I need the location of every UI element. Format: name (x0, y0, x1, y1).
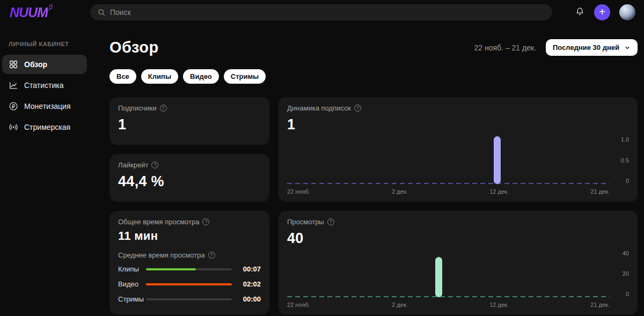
info-icon[interactable]: ? (327, 218, 334, 225)
info-icon[interactable]: ? (354, 105, 361, 112)
progress-track (146, 283, 232, 285)
period-dropdown-value: Последние 30 дней (553, 43, 619, 52)
card-likerate: Лайкрейт ? 44,4 % (109, 154, 269, 202)
chart-bar (435, 257, 442, 297)
page-layout: ЛИЧНЫЙ КАБИНЕТ Обзор Статистика (0, 25, 644, 316)
chart-baseline (287, 183, 610, 184)
watch-time-row-clips: Клипы 00:07 (118, 265, 261, 273)
avg-watch-time-rows: Клипы 00:07 Видео 02:02 Ст (118, 265, 261, 303)
user-avatar[interactable] (619, 4, 635, 20)
chart-baseline (287, 296, 610, 297)
progress-track (146, 268, 232, 270)
views-chart: 40 20 0 22 нояб. 2 дек. 12 дек. 21 дек. (287, 250, 629, 308)
broadcast-icon (9, 122, 18, 132)
search-input[interactable] (110, 8, 545, 17)
grid-icon (9, 60, 18, 69)
filter-clips[interactable]: Клипы (141, 69, 178, 84)
watch-time-value: 11 мин (118, 229, 261, 243)
watch-time-row-videos: Видео 02:02 (118, 280, 261, 288)
plus-icon: + (599, 6, 605, 17)
dynamics-value: 1 (287, 116, 629, 133)
bell-icon (575, 6, 585, 18)
card-subscriber-dynamics: Динамика подписок ? 1 1.0 0.5 0 (279, 97, 638, 202)
header-controls: 22 нояб. – 21 дек. Последние 30 дней (474, 39, 638, 56)
info-icon[interactable]: ? (208, 252, 215, 259)
x-axis-labels: 22 нояб. 2 дек. 12 дек. 21 дек. (287, 302, 610, 308)
cards-grid: Подписчики ? 1 Динамика подписок ? 1 (109, 97, 638, 315)
main-header: Обзор 22 нояб. – 21 дек. Последние 30 дн… (109, 39, 638, 56)
progress-fill (146, 268, 196, 270)
sidebar-item-streamer[interactable]: Стримерская (2, 117, 87, 137)
card-watch-time: Общее время просмотра ? 11 мин Среднее в… (109, 211, 269, 315)
sidebar-item-overview[interactable]: Обзор (2, 55, 87, 74)
likerate-value: 44,4 % (118, 173, 261, 190)
create-button[interactable]: + (594, 4, 610, 20)
main-content: Обзор 22 нояб. – 21 дек. Последние 30 дн… (109, 25, 644, 316)
card-title: Просмотры (287, 218, 324, 226)
search-bar[interactable] (90, 4, 552, 20)
avg-watch-time-title: Среднее время просмотра (118, 251, 205, 259)
logo[interactable]: NUUM β (10, 5, 90, 20)
card-title: Лайкрейт (118, 161, 148, 169)
info-icon[interactable]: ? (202, 218, 209, 225)
y-axis-ticks: 40 20 0 (610, 250, 629, 297)
sidebar-section-label: ЛИЧНЫЙ КАБИНЕТ (9, 41, 109, 47)
topbar-actions: + (575, 4, 635, 20)
card-title: Общее время просмотра (118, 218, 199, 226)
date-range-label: 22 нояб. – 21 дек. (474, 43, 536, 52)
card-title: Динамика подписок (287, 104, 351, 112)
notifications-button[interactable] (575, 6, 585, 18)
filter-videos[interactable]: Видео (183, 69, 219, 84)
topbar: NUUM β + (0, 0, 644, 25)
card-subscribers: Подписчики ? 1 (109, 97, 269, 145)
card-views: Просмотры ? 40 40 20 0 (279, 211, 638, 315)
search-icon (97, 8, 106, 17)
filter-all[interactable]: Все (109, 69, 136, 84)
sidebar: ЛИЧНЫЙ КАБИНЕТ Обзор Статистика (0, 25, 109, 316)
x-axis-labels: 22 нояб. 2 дек. 12 дек. 21 дек. (287, 188, 610, 195)
sidebar-item-statistics[interactable]: Статистика (2, 76, 87, 95)
sidebar-item-monetization[interactable]: Монетизация (2, 97, 87, 116)
line-chart-icon (9, 80, 18, 90)
filter-streams[interactable]: Стримы (224, 69, 266, 84)
chart-bar (494, 136, 501, 184)
ruble-coin-icon (9, 101, 18, 111)
info-icon[interactable]: ? (160, 105, 167, 112)
card-title: Подписчики (118, 104, 157, 112)
content-type-filters: Все Клипы Видео Стримы (109, 69, 638, 84)
watch-time-row-streams: Стримы 00:00 (118, 295, 261, 303)
sidebar-item-label: Обзор (24, 60, 47, 69)
page-title: Обзор (109, 39, 159, 56)
beta-icon: β (49, 3, 53, 11)
sidebar-item-label: Монетизация (24, 102, 71, 111)
subscribers-value: 1 (118, 116, 261, 133)
y-axis-ticks: 1.0 0.5 0 (610, 136, 629, 184)
logo-text[interactable]: NUUM (10, 5, 48, 20)
sidebar-item-label: Стримерская (24, 123, 70, 131)
progress-fill (146, 283, 232, 285)
subscriber-dynamics-chart: 1.0 0.5 0 22 нояб. 2 дек. 12 дек. 21 дек… (287, 136, 629, 195)
views-value: 40 (287, 230, 629, 247)
progress-track (146, 298, 232, 300)
period-dropdown[interactable]: Последние 30 дней (546, 39, 638, 56)
sidebar-item-label: Статистика (24, 81, 64, 90)
info-icon[interactable]: ? (151, 161, 158, 168)
chevron-down-icon (624, 45, 631, 51)
